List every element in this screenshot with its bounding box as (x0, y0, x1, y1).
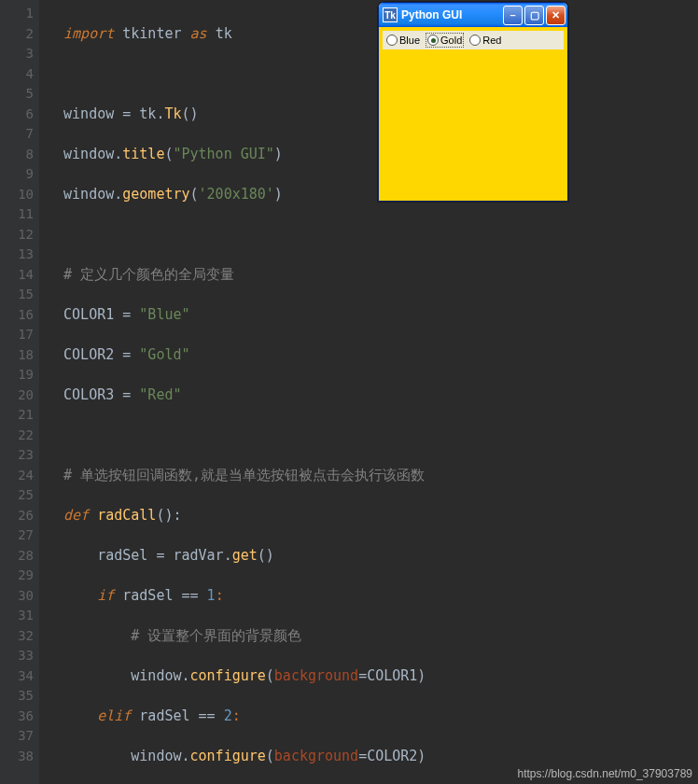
radio-label: Gold (440, 35, 462, 46)
line-number: 27 (0, 525, 34, 546)
line-number: 28 (0, 546, 34, 567)
line-number: 19 (0, 365, 34, 385)
line-number: 20 (0, 385, 34, 406)
radio-blue[interactable]: Blue (384, 33, 422, 48)
line-number: 23 (0, 445, 34, 466)
line-number: 31 (0, 606, 34, 626)
line-number: 21 (0, 405, 34, 426)
line-number: 3 (0, 44, 34, 64)
tk-icon: Tk (383, 7, 398, 22)
radio-label: Blue (399, 35, 420, 46)
line-number: 12 (0, 225, 34, 245)
line-number: 6 (0, 105, 34, 125)
line-number: 33 (0, 646, 34, 666)
radio-gold[interactable]: Gold (426, 33, 464, 48)
minimize-button[interactable]: – (503, 6, 523, 25)
line-number: 2 (0, 24, 34, 45)
watermark: https://blog.csdn.net/m0_37903789 (518, 767, 692, 780)
line-number: 11 (0, 204, 34, 225)
line-number: 5 (0, 84, 34, 105)
line-number: 37 (0, 726, 34, 747)
radio-icon (386, 35, 398, 46)
close-button[interactable]: ✕ (546, 6, 565, 25)
line-number: 16 (0, 305, 34, 326)
line-number: 17 (0, 325, 34, 345)
line-gutter: 1 2 3 4 5 6 7 8 9 10 11 12 13 14 15 16 1… (0, 0, 39, 784)
window-title: Python GUI (401, 8, 501, 21)
line-number: 26 (0, 506, 34, 526)
line-number: 25 (0, 485, 34, 506)
radio-red[interactable]: Red (468, 33, 503, 48)
line-number: 22 (0, 426, 34, 446)
radio-label: Red (482, 35, 501, 46)
line-number: 14 (0, 265, 34, 286)
line-number: 38 (0, 747, 34, 767)
python-gui-window[interactable]: Tk Python GUI – ▢ ✕ Blue Gold Red (378, 2, 568, 202)
line-number: 4 (0, 64, 34, 85)
line-number: 32 (0, 626, 34, 647)
line-number: 35 (0, 686, 34, 707)
line-number: 9 (0, 164, 34, 185)
line-number: 29 (0, 566, 34, 586)
line-number: 15 (0, 285, 34, 305)
gui-body: Blue Gold Red (379, 27, 567, 201)
line-number: 24 (0, 466, 34, 486)
line-number: 7 (0, 124, 34, 145)
radio-icon (427, 35, 439, 46)
maximize-button[interactable]: ▢ (524, 6, 544, 25)
radio-icon (469, 35, 481, 46)
line-number: 10 (0, 185, 34, 205)
line-number: 30 (0, 586, 34, 607)
line-number: 36 (0, 707, 34, 727)
code-editor: 1 2 3 4 5 6 7 8 9 10 11 12 13 14 15 16 1… (0, 0, 698, 784)
line-number: 13 (0, 245, 34, 265)
line-number: 1 (0, 4, 34, 24)
code-area[interactable]: import tkinter as tk window = tk.Tk() wi… (39, 0, 698, 784)
line-number: 8 (0, 145, 34, 165)
line-number: 18 (0, 345, 34, 366)
titlebar[interactable]: Tk Python GUI – ▢ ✕ (379, 3, 567, 27)
line-number: 34 (0, 666, 34, 687)
radio-row: Blue Gold Red (383, 31, 564, 49)
